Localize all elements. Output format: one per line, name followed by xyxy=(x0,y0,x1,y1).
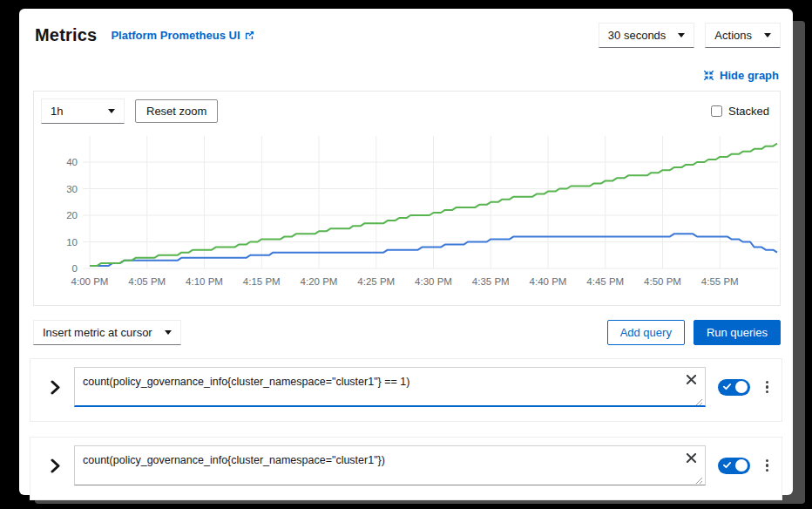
query-input[interactable]: count(policy_governance_info{cluster_nam… xyxy=(74,445,706,485)
check-icon xyxy=(723,461,731,469)
metrics-chart[interactable]: 4:00 PM4:05 PM4:10 PM4:15 PM4:20 PM4:25 … xyxy=(41,127,785,300)
stacked-checkbox[interactable] xyxy=(711,105,722,117)
expand-query-button[interactable] xyxy=(39,445,71,485)
y-tick-label: 10 xyxy=(66,237,78,248)
toggle-knob xyxy=(735,459,748,472)
actions-dropdown[interactable]: Actions xyxy=(705,23,781,48)
query-input-wrapper: count(policy_governance_info{cluster_nam… xyxy=(74,445,706,489)
y-tick-label: 0 xyxy=(72,263,78,274)
query-actions: Add query Run queries xyxy=(607,320,781,345)
query-input-wrapper: count(policy_governance_info{cluster_nam… xyxy=(74,367,706,411)
x-tick-label: 4:45 PM xyxy=(586,276,624,287)
metrics-page: Metrics Platform Prometheus UI 30 second… xyxy=(19,9,793,495)
compress-icon xyxy=(703,70,714,81)
query-toolbar: Insert metric at cursor Add query Run qu… xyxy=(33,320,781,345)
time-range-dropdown[interactable]: 1h xyxy=(41,98,125,124)
poll-interval-value: 30 seconds xyxy=(608,29,667,42)
x-tick-label: 4:20 PM xyxy=(301,276,338,287)
kebab-menu-button[interactable] xyxy=(763,378,771,397)
chevron-down-icon xyxy=(678,33,685,37)
x-tick-label: 4:40 PM xyxy=(530,276,567,287)
stacked-control: Stacked xyxy=(711,105,773,118)
x-tick-label: 4:35 PM xyxy=(472,276,510,287)
actions-label: Actions xyxy=(714,29,752,42)
chevron-right-icon xyxy=(51,458,60,473)
x-tick-label: 4:15 PM xyxy=(243,276,281,287)
hide-graph-label: Hide graph xyxy=(720,69,779,82)
insert-metric-dropdown[interactable]: Insert metric at cursor xyxy=(33,320,181,345)
time-range-value: 1h xyxy=(51,105,63,118)
x-tick-label: 4:05 PM xyxy=(128,276,166,287)
toggle-knob xyxy=(735,381,748,393)
chevron-right-icon xyxy=(51,380,60,395)
stacked-label: Stacked xyxy=(728,105,769,118)
x-tick-label: 4:55 PM xyxy=(701,276,739,287)
chart-area: 4:00 PM4:05 PM4:10 PM4:15 PM4:20 PM4:25 … xyxy=(41,127,773,303)
external-link-icon xyxy=(245,31,254,40)
hide-graph-row: Hide graph xyxy=(30,51,782,89)
hide-graph-link[interactable]: Hide graph xyxy=(703,69,779,82)
x-tick-label: 4:10 PM xyxy=(186,276,223,287)
x-tick-label: 4:30 PM xyxy=(415,276,452,287)
close-icon xyxy=(687,375,696,384)
insert-metric-label: Insert metric at cursor xyxy=(43,326,152,339)
kebab-menu-button[interactable] xyxy=(763,457,771,475)
check-icon xyxy=(723,383,731,390)
query-input[interactable]: count(policy_governance_info{cluster_nam… xyxy=(74,367,706,407)
y-tick-label: 30 xyxy=(66,184,78,194)
prometheus-ui-link[interactable]: Platform Prometheus UI xyxy=(111,29,254,42)
query-row-controls xyxy=(718,367,773,407)
chevron-down-icon xyxy=(165,330,172,335)
clear-query-button[interactable] xyxy=(685,451,698,465)
poll-interval-dropdown[interactable]: 30 seconds xyxy=(599,23,695,48)
query-row-controls xyxy=(718,445,773,485)
graph-panel: 1h Reset zoom Stacked 4:00 PM4:05 PM4:10… xyxy=(33,91,781,306)
x-tick-label: 4:25 PM xyxy=(357,276,395,287)
expand-query-button[interactable] xyxy=(39,367,71,407)
y-tick-label: 20 xyxy=(66,210,78,221)
query-row: count(policy_governance_info{cluster_nam… xyxy=(30,437,782,500)
close-icon xyxy=(687,453,696,463)
graph-toolbar: 1h Reset zoom Stacked xyxy=(41,98,773,124)
query-enabled-toggle[interactable] xyxy=(718,458,750,474)
page-title: Metrics xyxy=(35,25,97,45)
clear-query-button[interactable] xyxy=(685,373,698,386)
y-tick-label: 40 xyxy=(66,157,78,167)
chevron-down-icon xyxy=(108,109,115,113)
run-queries-button[interactable]: Run queries xyxy=(694,320,781,345)
chevron-down-icon xyxy=(764,33,771,37)
x-tick-label: 4:00 PM xyxy=(71,276,109,287)
add-query-button[interactable]: Add query xyxy=(607,320,685,345)
prometheus-ui-link-label: Platform Prometheus UI xyxy=(111,29,240,42)
query-row: count(policy_governance_info{cluster_nam… xyxy=(30,358,782,422)
x-tick-label: 4:50 PM xyxy=(644,276,681,287)
header-controls: 30 seconds Actions xyxy=(599,23,781,48)
query-enabled-toggle[interactable] xyxy=(718,379,750,396)
page-header: Metrics Platform Prometheus UI 30 second… xyxy=(30,9,782,51)
reset-zoom-button[interactable]: Reset zoom xyxy=(135,99,218,123)
